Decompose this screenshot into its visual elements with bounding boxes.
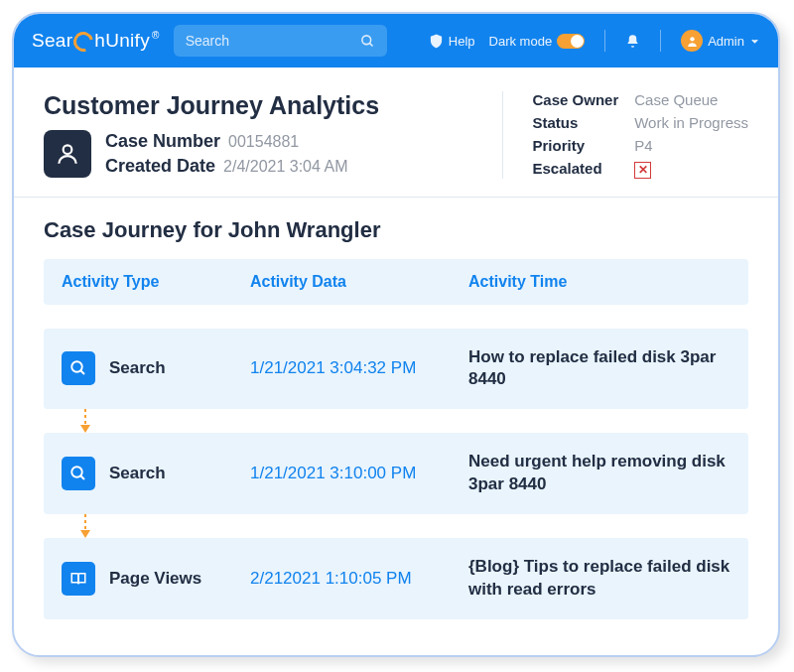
activity-data: How to replace failed disk 3par 8440 xyxy=(468,346,730,392)
app-window: Sear hUnify ® ? Help Dark mode Admin xyxy=(12,12,780,657)
bell-icon xyxy=(625,34,640,49)
brand-post: hUnify xyxy=(94,30,150,52)
activity-time: 1/21/2021 3:04:32 PM xyxy=(250,358,459,378)
darkmode-label: Dark mode xyxy=(489,34,553,49)
status-value: Work in Progress xyxy=(634,114,748,131)
brand-trademark: ® xyxy=(152,30,160,41)
case-header: Customer Journey Analytics Case Number 0… xyxy=(14,67,778,198)
user-icon xyxy=(686,35,699,48)
case-badge xyxy=(44,130,91,178)
journey-row: Search 1/21/2021 3:10:00 PM Need urgent … xyxy=(44,433,748,514)
connector-arrow xyxy=(79,514,81,538)
topbar-divider xyxy=(604,30,605,52)
svg-line-10 xyxy=(80,476,84,480)
notifications-button[interactable] xyxy=(625,34,640,49)
page-title: Customer Journey Analytics xyxy=(44,91,502,120)
svg-point-9 xyxy=(71,468,82,478)
activity-type: Page Views xyxy=(109,569,201,589)
activity-type: Search xyxy=(109,358,166,378)
help-shield-icon: ? xyxy=(429,34,444,49)
brand-pre: Sear xyxy=(32,30,72,52)
connector-arrow xyxy=(79,409,81,433)
case-header-right: Case Owner Case Queue Status Work in Pro… xyxy=(502,91,748,179)
priority-value: P4 xyxy=(634,137,748,154)
brand-logo: Sear hUnify ® xyxy=(32,30,160,52)
case-number-value: 00154881 xyxy=(228,133,299,151)
topbar-divider xyxy=(660,30,661,52)
search-icon xyxy=(360,34,375,49)
svg-line-6 xyxy=(80,371,84,375)
col-activity-time: Activity Time xyxy=(468,273,730,291)
user-label: Admin xyxy=(708,34,744,49)
svg-marker-12 xyxy=(80,530,90,538)
journey-row: Search 1/21/2021 3:04:32 PM How to repla… xyxy=(44,329,748,410)
activity-time: 2/212021 1:10:05 PM xyxy=(250,569,459,589)
created-date-value: 2/4/2021 3:04 AM xyxy=(223,158,347,176)
search-input[interactable] xyxy=(186,33,360,49)
svg-line-1 xyxy=(369,43,372,46)
search-icon xyxy=(62,457,95,490)
case-number-label: Case Number xyxy=(105,131,220,152)
created-date-label: Created Date xyxy=(105,156,215,177)
svg-point-4 xyxy=(64,145,72,154)
journey-section: Case Journey for John Wrangler Activity … xyxy=(14,198,778,656)
escalated-label: Escalated xyxy=(533,160,619,179)
status-label: Status xyxy=(533,114,619,131)
help-label: Help xyxy=(449,34,475,49)
search-icon xyxy=(62,351,95,385)
owner-label: Case Owner xyxy=(533,91,619,108)
priority-label: Priority xyxy=(533,137,619,154)
user-menu[interactable]: Admin xyxy=(681,30,760,52)
darkmode-toggle[interactable] xyxy=(557,34,585,49)
avatar xyxy=(681,30,703,52)
brand-icon xyxy=(70,28,97,55)
owner-value: Case Queue xyxy=(634,91,748,108)
chevron-down-icon xyxy=(749,36,760,47)
journey-row: Page Views 2/212021 1:10:05 PM {Blog} Ti… xyxy=(44,538,748,619)
activity-data: Need urgent help removing disk 3par 8440 xyxy=(468,451,730,496)
col-activity-type: Activity Type xyxy=(62,273,240,291)
svg-point-3 xyxy=(690,37,694,41)
svg-point-0 xyxy=(362,35,371,44)
case-header-left: Customer Journey Analytics Case Number 0… xyxy=(44,91,502,179)
activity-time: 1/21/2021 3:10:00 PM xyxy=(250,464,459,483)
topbar: Sear hUnify ® ? Help Dark mode Admin xyxy=(14,14,778,67)
activity-data: {Blog} Tips to replace failed disk with … xyxy=(468,556,730,602)
svg-text:?: ? xyxy=(434,38,438,45)
svg-point-5 xyxy=(71,362,82,373)
activity-type: Search xyxy=(109,464,166,483)
journey-title: Case Journey for John Wrangler xyxy=(44,217,748,243)
svg-marker-8 xyxy=(80,425,90,433)
case-summary: Case Number 00154881 Created Date 2/4/20… xyxy=(44,130,502,178)
col-activity-data: Activity Data xyxy=(250,273,459,291)
search-box[interactable] xyxy=(174,25,387,57)
x-icon: ✕ xyxy=(634,162,651,179)
darkmode-toggle-group: Dark mode xyxy=(489,34,586,49)
person-icon xyxy=(55,141,80,167)
escalated-value: ✕ xyxy=(634,160,748,179)
help-button[interactable]: ? Help xyxy=(429,34,475,49)
book-icon xyxy=(62,562,95,596)
journey-table-header: Activity Type Activity Data Activity Tim… xyxy=(44,259,748,305)
